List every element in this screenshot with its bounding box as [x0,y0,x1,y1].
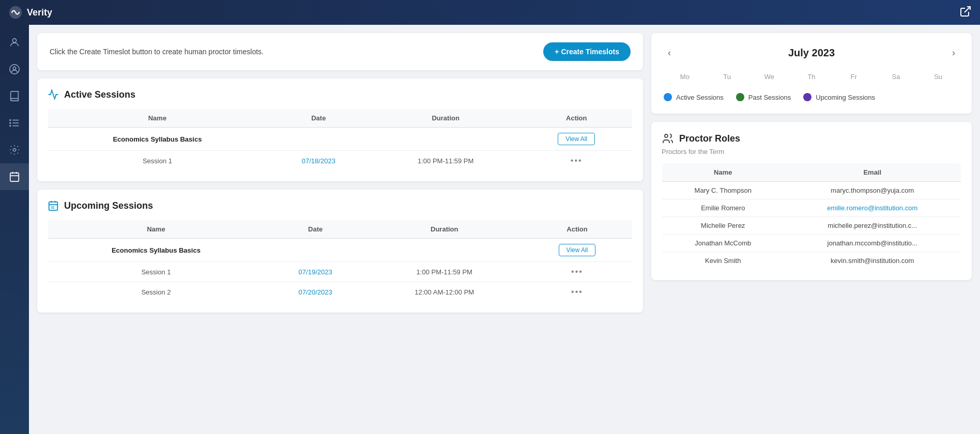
col-date: Date [264,220,367,239]
session-action: ••• [521,151,633,171]
session-date: 07/20/2023 [264,282,367,302]
session-menu-button[interactable]: ••• [571,267,583,276]
calendar-icon: 31 [48,200,59,211]
col-duration: Duration [366,220,522,239]
next-month-button[interactable]: › [948,45,959,60]
active-sessions-header: Active Sessions [48,89,633,100]
right-column: ‹ July 2023 › MoTuWeThFrSaSu Active Sess… [651,33,972,426]
session-group-name: Economics Syllabus Basics [48,239,264,262]
calendar-weekdays: MoTuWeThFrSaSu [664,71,959,83]
col-date: Date [267,109,371,128]
calendar-weekday: We [748,71,790,83]
prev-month-button[interactable]: ‹ [664,45,675,60]
session-name: Session 1 [48,262,264,282]
svg-point-10 [13,148,16,151]
svg-point-20 [665,134,668,137]
col-action: Action [522,220,632,239]
calendar-card: ‹ July 2023 › MoTuWeThFrSaSu Active Sess… [651,33,972,114]
calendar-legend-item: Upcoming Sessions [803,93,875,101]
col-action: Action [521,109,633,128]
view-all-button[interactable]: View All [559,244,596,256]
view-all-button[interactable]: View All [558,133,595,145]
svg-point-3 [13,67,16,70]
sidebar-item-calendar[interactable] [0,163,29,190]
proctor-email: michelle.perez@institution.c... [784,217,961,235]
left-column: Click the Create Timeslot button to crea… [37,33,643,426]
legend-dot [803,93,811,101]
svg-line-1 [964,7,970,12]
proctor-name: Michelle Perez [662,217,784,235]
proctor-col-email: Email [784,163,961,182]
session-group-name: Economics Syllabus Basics [48,128,267,151]
logo-icon [8,5,23,20]
sidebar-item-settings[interactable] [0,136,29,163]
session-menu-button[interactable]: ••• [571,287,583,296]
sidebar-item-user-profile[interactable] [0,29,29,56]
calendar-weekday: Tu [706,71,748,83]
proctor-roles-subtitle: Proctors for the Term [662,148,961,156]
proctor-roles-title: Proctor Roles [679,133,740,144]
session-date: 07/18/2023 [267,151,371,171]
table-row: Mary C. Thompson maryc.thompson@yuja.com [662,182,961,199]
session-name: Session 1 [48,151,267,171]
header-banner: Click the Create Timeslot button to crea… [37,33,643,70]
calendar-legend: Active SessionsPast SessionsUpcoming Ses… [664,93,959,101]
calendar-weekday: Fr [833,71,875,83]
legend-dot [664,93,672,101]
calendar-legend-item: Active Sessions [664,93,724,101]
external-link-button[interactable] [959,5,972,20]
upcoming-sessions-title: Upcoming Sessions [64,200,153,211]
create-timeslots-button[interactable]: + Create Timeslots [543,42,631,61]
calendar-weekday: Su [917,71,959,83]
calendar-weekday: Sa [875,71,917,83]
session-duration: 1:00 PM-11:59 PM [371,151,521,171]
calendar-month-year: July 2023 [788,47,835,59]
sidebar-item-lists[interactable] [0,110,29,136]
session-duration: 1:00 PM-11:59 PM [366,262,522,282]
proctor-email: jonathan.mccomb@institutio... [784,235,961,252]
upcoming-sessions-card: 31 Upcoming Sessions Name Date Duration … [37,190,643,313]
svg-point-9 [10,126,11,127]
table-row: Kevin Smith kevin.smith@institution.com [662,252,961,270]
svg-text:31: 31 [51,206,55,209]
session-duration: 12:00 AM-12:00 PM [366,282,522,302]
table-row: Session 2 07/20/2023 12:00 AM-12:00 PM •… [48,282,633,302]
table-row: Economics Syllabus Basics View All [48,239,633,262]
active-sessions-table: Name Date Duration Action Economics Syll… [48,109,633,171]
app-logo: Verity [8,5,52,20]
proctor-roles-header: Proctor Roles [662,132,961,145]
table-row: Economics Syllabus Basics View All [48,128,633,151]
proctors-table: Name Email Mary C. Thompson maryc.thomps… [662,163,961,270]
main-content: Click the Create Timeslot button to crea… [29,25,980,434]
session-name: Session 2 [48,282,264,302]
proctor-name: Mary C. Thompson [662,182,784,199]
banner-text: Click the Create Timeslot button to crea… [50,48,264,56]
session-date: 07/19/2023 [264,262,367,282]
svg-rect-11 [10,173,19,182]
proctor-roles-card: Proctor Roles Proctors for the Term Name… [651,122,972,280]
table-row: Session 1 07/19/2023 1:00 PM-11:59 PM ••… [48,262,633,282]
topbar: Verity [0,0,980,25]
session-menu-button[interactable]: ••• [571,156,583,165]
proctor-email: maryc.thompson@yuja.com [784,182,961,199]
proctor-roles-icon [662,132,674,145]
proctor-email: kevin.smith@institution.com [784,252,961,270]
session-action: ••• [522,282,632,302]
active-sessions-card: Active Sessions Name Date Duration Actio… [37,79,643,181]
proctor-name: Jonathan McComb [662,235,784,252]
table-row: Jonathan McComb jonathan.mccomb@institut… [662,235,961,252]
col-name: Name [48,220,264,239]
legend-label: Upcoming Sessions [816,94,875,101]
table-row: Michelle Perez michelle.perez@institutio… [662,217,961,235]
calendar-legend-item: Past Sessions [736,93,791,101]
activity-icon [48,89,59,100]
table-row: Emilie Romero emilie.romero@institution.… [662,199,961,217]
sidebar-item-account[interactable] [0,56,29,83]
legend-label: Active Sessions [676,94,724,101]
calendar-header: ‹ July 2023 › [664,45,959,60]
upcoming-sessions-table: Name Date Duration Action Economics Syll… [48,220,633,302]
col-name: Name [48,109,267,128]
sidebar-item-courses[interactable] [0,83,29,110]
svg-point-7 [10,120,11,121]
calendar-weekday: Mo [664,71,706,83]
